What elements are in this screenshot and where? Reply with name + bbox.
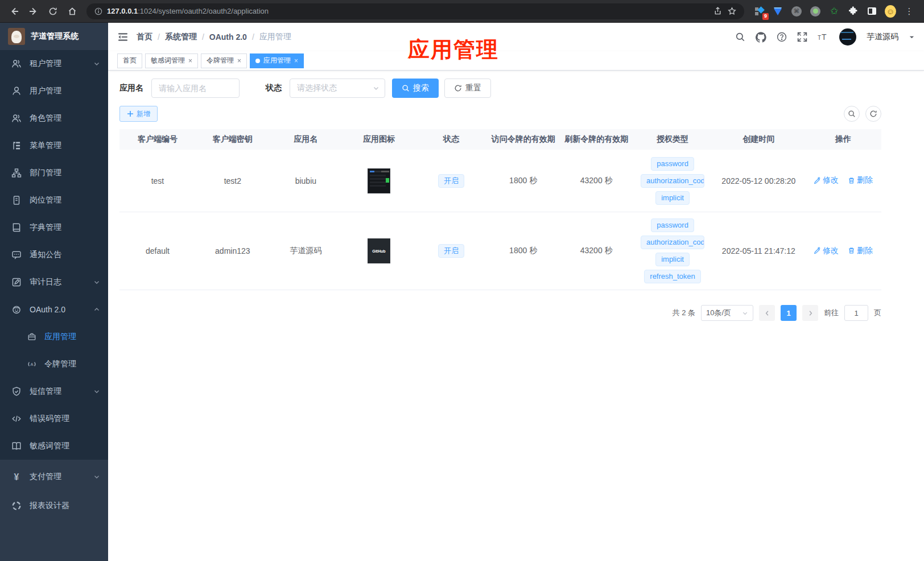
- sidebar-item-短信管理[interactable]: 短信管理: [0, 378, 108, 405]
- tab-应用管理[interactable]: 应用管理 ×: [250, 53, 304, 68]
- report-icon: [11, 501, 22, 511]
- open-book-icon: [11, 441, 22, 451]
- breadcrumb-separator: /: [202, 32, 204, 42]
- grant-types-cell: passwordauthorization_codeimplicit: [633, 151, 712, 211]
- refresh-table-button[interactable]: [865, 106, 881, 122]
- tab-首页[interactable]: 首页: [117, 53, 142, 68]
- extension-star-icon[interactable]: ✩: [828, 6, 840, 17]
- goto-page-input[interactable]: [844, 305, 868, 321]
- user-name[interactable]: 芋道源码: [867, 32, 898, 42]
- breadcrumb-separator: /: [252, 32, 254, 42]
- status-select[interactable]: 请选择状态: [290, 79, 385, 98]
- next-page-button[interactable]: [802, 305, 818, 321]
- breadcrumb-item[interactable]: OAuth 2.0: [209, 32, 247, 42]
- created-time-cell: 2022-05-11 21:47:12: [712, 242, 805, 260]
- yen-icon: ¥: [11, 472, 22, 482]
- help-icon[interactable]: [777, 32, 787, 42]
- filter-name-label: 应用名: [119, 83, 143, 93]
- sidebar-item-字典管理[interactable]: 字典管理: [0, 214, 108, 241]
- delete-link[interactable]: 删除: [848, 246, 873, 256]
- share-icon[interactable]: [713, 7, 722, 15]
- sidebar-item-令牌管理[interactable]: A 令牌管理: [0, 350, 108, 378]
- table-row: default admin123 芋道源码 GitHub 开启 1800 秒 4…: [119, 212, 881, 290]
- role-icon: [11, 113, 22, 123]
- font-size-icon[interactable]: TT: [818, 32, 829, 42]
- site-info-icon[interactable]: [94, 7, 102, 15]
- browser-reload-button[interactable]: [44, 3, 61, 20]
- user-menu-caret-icon[interactable]: [909, 34, 915, 40]
- grant-type-tag: implicit: [655, 253, 690, 266]
- extension-command-icon[interactable]: ⌘: [791, 6, 802, 17]
- filter-form: 应用名 状态 请选择状态 搜索 重置: [119, 79, 881, 98]
- page-number-button[interactable]: 1: [781, 305, 797, 321]
- github-icon[interactable]: [756, 32, 766, 43]
- tab-close-icon[interactable]: ×: [294, 57, 298, 64]
- browser-forward-button[interactable]: [25, 3, 42, 20]
- breadcrumb-item[interactable]: 系统管理: [165, 32, 197, 42]
- header-search-icon[interactable]: [735, 32, 745, 42]
- sidebar-item-用户管理[interactable]: 用户管理: [0, 77, 108, 105]
- add-button[interactable]: 新增: [119, 106, 158, 122]
- tab-敏感词管理[interactable]: 敏感词管理 ×: [145, 53, 198, 68]
- sidebar-item-角色管理[interactable]: 角色管理: [0, 105, 108, 132]
- tab-close-icon[interactable]: ×: [237, 57, 241, 64]
- sidebar-item-label: OAuth 2.0: [30, 305, 85, 314]
- post-icon: [11, 195, 22, 205]
- browser-menu-icon[interactable]: ⋮: [904, 6, 915, 17]
- status-badge: 开启: [438, 174, 464, 188]
- breadcrumb-item[interactable]: 首页: [137, 32, 152, 42]
- sidebar-item-报表设计器[interactable]: 报表设计器: [0, 491, 108, 520]
- filter-status-label: 状态: [266, 83, 282, 93]
- sidebar-item-错误码管理[interactable]: 错误码管理: [0, 405, 108, 432]
- sidebar-item-支付管理[interactable]: ¥ 支付管理: [0, 462, 108, 491]
- sidebar-item-审计日志[interactable]: 审计日志: [0, 269, 108, 296]
- app-logo-row[interactable]: 芋道管理系统: [0, 23, 108, 50]
- reset-button[interactable]: 重置: [444, 79, 491, 98]
- sidebar-item-label: 错误码管理: [30, 414, 100, 424]
- browser-split-view-icon[interactable]: [866, 6, 877, 17]
- sidebar-item-label: 菜单管理: [30, 141, 100, 151]
- sidebar-item-label: 应用管理: [44, 332, 100, 342]
- app-name-input[interactable]: [151, 79, 240, 98]
- sidebar-item-岗位管理[interactable]: 岗位管理: [0, 187, 108, 214]
- actions-cell: 修改 删除: [805, 171, 881, 191]
- delete-link[interactable]: 删除: [848, 175, 873, 185]
- edit-link[interactable]: 修改: [814, 246, 839, 256]
- extension-record-icon[interactable]: [810, 6, 821, 17]
- sidebar-item-敏感词管理[interactable]: 敏感词管理: [0, 432, 108, 460]
- svg-text:T: T: [818, 35, 821, 41]
- address-bar[interactable]: 127.0.0.1:1024/system/oauth2/oauth2/appl…: [86, 3, 744, 19]
- sidebar-item-label: 用户管理: [30, 86, 100, 96]
- sidebar-item-应用管理[interactable]: 应用管理: [0, 323, 108, 350]
- user-avatar[interactable]: [839, 28, 856, 46]
- extension-gem-icon[interactable]: [772, 6, 783, 17]
- sidebar-collapse-icon[interactable]: [117, 31, 129, 43]
- sidebar-item-OAuth 2.0[interactable]: OAuth 2.0: [0, 296, 108, 323]
- show-search-toggle-button[interactable]: [844, 106, 860, 122]
- sidebar-item-菜单管理[interactable]: 菜单管理: [0, 132, 108, 159]
- tab-label: 首页: [123, 56, 137, 65]
- profile-avatar[interactable]: ☺: [885, 6, 896, 17]
- code-icon: [11, 414, 22, 424]
- active-dot: [255, 59, 260, 63]
- pagination-total: 共 2 条: [673, 308, 695, 318]
- edit-link[interactable]: 修改: [814, 175, 839, 185]
- sidebar-item-部门管理[interactable]: 部门管理: [0, 159, 108, 187]
- extension-grid-icon[interactable]: 9: [753, 6, 765, 17]
- sidebar-item-label: 令牌管理: [44, 359, 100, 369]
- sidebar-item-通知公告[interactable]: 通知公告: [0, 241, 108, 269]
- extensions-puzzle-icon[interactable]: [847, 6, 859, 17]
- sidebar-item-租户管理[interactable]: 租户管理: [0, 50, 108, 77]
- browser-home-button[interactable]: [64, 3, 81, 20]
- tab-令牌管理[interactable]: 令牌管理 ×: [201, 53, 247, 68]
- search-button[interactable]: 搜索: [392, 79, 439, 98]
- prev-page-button[interactable]: [759, 305, 775, 321]
- app-name-cell: 芋道源码: [270, 241, 342, 261]
- fullscreen-icon[interactable]: [797, 32, 807, 42]
- column-header: 状态: [416, 129, 487, 150]
- page-size-select[interactable]: 10条/页: [701, 305, 753, 321]
- menu-tree-icon: [11, 141, 22, 151]
- browser-back-button[interactable]: [6, 3, 23, 20]
- tab-close-icon[interactable]: ×: [188, 57, 192, 64]
- bookmark-star-icon[interactable]: [728, 7, 736, 15]
